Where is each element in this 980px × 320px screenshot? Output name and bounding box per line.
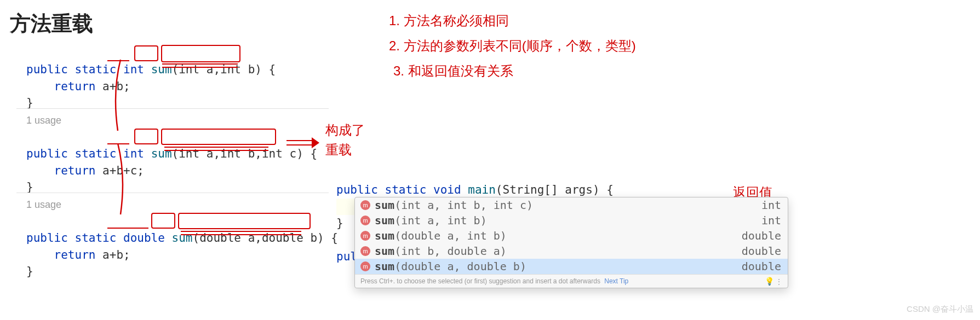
kw-public: public <box>26 147 68 160</box>
params: int a,int b <box>179 63 255 76</box>
anno-underline <box>107 228 148 229</box>
usage-label-2: 1 usage <box>26 199 61 211</box>
kw-static: static <box>75 147 117 160</box>
anno-box <box>161 45 240 62</box>
anno-underline <box>164 147 268 148</box>
expr: a+b; <box>102 248 130 261</box>
anno-underline <box>164 150 268 151</box>
popup-hint: Press Ctrl+. to choose the selected (or … <box>355 274 788 288</box>
close-brace: } <box>26 265 33 278</box>
rettype: double <box>123 231 165 245</box>
kw-public: public <box>26 231 68 245</box>
next-tip-link[interactable]: Next Tip <box>604 277 628 285</box>
anno-underline <box>107 143 129 144</box>
kw-public: public <box>336 183 378 196</box>
kw-static: static <box>385 183 427 196</box>
autocomplete-item[interactable]: msum(double a, int b)double <box>355 228 788 243</box>
bulb-icon: 💡 <box>765 277 774 286</box>
arrow-icon <box>286 138 319 147</box>
anno-underline <box>162 67 238 68</box>
method-badge-icon: m <box>360 200 370 210</box>
open: ) { <box>317 231 338 245</box>
mid-text-a: 构成了 <box>325 121 365 139</box>
close-brace: } <box>26 181 33 194</box>
anno-box <box>134 129 158 144</box>
anno-underline <box>162 63 238 65</box>
anno-underline <box>181 234 301 235</box>
expr: a+b; <box>102 80 130 93</box>
kw-return: return <box>54 164 96 177</box>
method-badge-icon: m <box>360 231 370 241</box>
anno-underline <box>181 231 301 232</box>
method-badge-icon: m <box>360 246 370 256</box>
mid-text-b: 重载 <box>325 141 352 159</box>
kw-return: return <box>54 80 96 93</box>
rule-2: 2. 方法的参数列表不同(顺序，个数，类型) <box>389 37 636 55</box>
expr: a+b+c; <box>102 164 144 177</box>
method-name: sum <box>151 63 172 76</box>
anno-box <box>178 213 311 229</box>
autocomplete-item[interactable]: msum(int a, int b)int <box>355 213 788 228</box>
kw-public: public <box>26 63 68 76</box>
watermark: CSDN @奋斗小温 <box>907 304 973 315</box>
rule-3: 3. 和返回值没有关系 <box>393 62 513 80</box>
autocomplete-item[interactable]: msum(int b, double a)double <box>355 243 788 259</box>
rettype: int <box>123 63 144 76</box>
divider-1 <box>16 108 329 109</box>
anno-underline <box>107 60 129 61</box>
autocomplete-item[interactable]: msum(int a, int b, int c)int <box>355 197 788 213</box>
kw-return: return <box>54 248 96 261</box>
page-title: 方法重载 <box>10 10 93 38</box>
usage-label-1: 1 usage <box>26 115 61 126</box>
anno-box <box>151 213 175 229</box>
method-badge-icon: m <box>360 216 370 225</box>
divider-2 <box>16 193 329 193</box>
anno-box <box>134 45 158 61</box>
open: ) { <box>296 147 317 160</box>
close-brace: } <box>336 217 343 230</box>
open: ) { <box>255 63 276 76</box>
method-name: main <box>468 183 496 196</box>
close-brace: } <box>26 96 33 109</box>
autocomplete-popup[interactable]: msum(int a, int b, int c)intmsum(int a, … <box>354 197 788 288</box>
rule-1: 1. 方法名称必须相同 <box>389 12 509 30</box>
more-icon[interactable]: ⋮ <box>776 278 782 286</box>
open: ) { <box>593 183 614 196</box>
autocomplete-item[interactable]: msum(double a, double b)double <box>355 259 788 274</box>
rettype: int <box>123 147 144 160</box>
kw-static: static <box>75 231 117 245</box>
anno-box <box>161 129 276 145</box>
kw-static: static <box>75 63 117 76</box>
kw-void: void <box>433 183 461 196</box>
params: String[] args <box>503 183 593 196</box>
method-badge-icon: m <box>360 261 370 271</box>
